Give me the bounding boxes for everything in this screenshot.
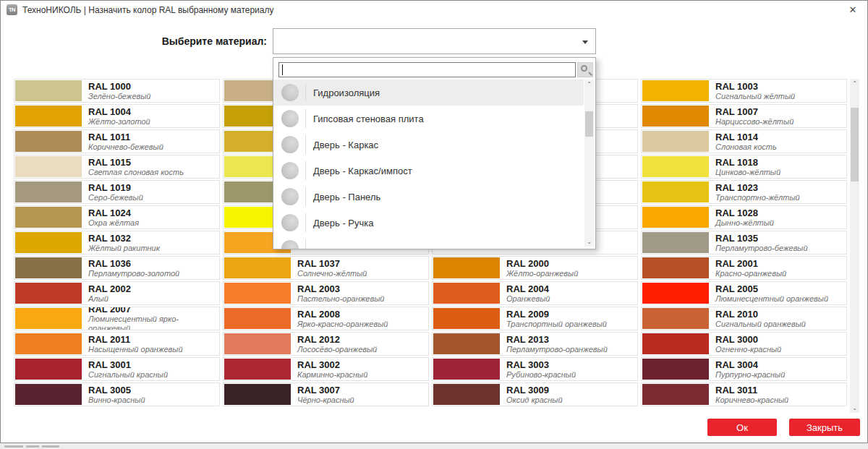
ral-card[interactable]: RAL 1028 Дынно-жёлтый bbox=[641, 205, 847, 229]
search-input[interactable] bbox=[278, 62, 576, 77]
dropdown-scrollbar-thumb[interactable] bbox=[585, 111, 593, 137]
dropdown-item[interactable]: Гипсовая стеновая плита bbox=[273, 106, 584, 132]
ral-card[interactable]: RAL 3009 Оксид красный bbox=[432, 382, 638, 406]
ral-name: Пастельно-оранжевый bbox=[297, 294, 384, 304]
color-swatch bbox=[642, 257, 709, 278]
ral-card[interactable]: RAL 1011 Коричнево-бежевый bbox=[14, 129, 220, 153]
ral-card[interactable]: RAL 1003 Сигнальный жёлтый bbox=[641, 79, 847, 103]
ral-code: RAL 3009 bbox=[506, 385, 563, 395]
ral-card[interactable]: RAL 1023 Транспортно-жёлтый bbox=[641, 180, 847, 204]
ral-name: Рубиново-красный bbox=[506, 370, 576, 380]
ral-text: RAL 3000 Огненно-красный bbox=[715, 334, 781, 354]
grid-scroll-down-icon[interactable]: ⌄ bbox=[850, 403, 859, 413]
ral-code: RAL 1011 bbox=[88, 132, 163, 142]
material-sphere-icon bbox=[281, 188, 299, 205]
ral-card[interactable]: RAL 2000 Жёлто-оранжевый bbox=[432, 256, 638, 280]
ral-card[interactable]: RAL 1007 Нарциссово-жёлтый bbox=[641, 104, 847, 128]
ral-text: RAL 2002 Алый bbox=[88, 283, 131, 304]
search-box bbox=[278, 62, 576, 77]
dropdown-item[interactable]: Гидроизоляция bbox=[273, 80, 584, 106]
ral-code: RAL 1037 bbox=[297, 258, 367, 269]
ral-code: RAL 3002 bbox=[297, 359, 367, 370]
ral-text: RAL 1032 Жёлтый ракитник bbox=[88, 233, 160, 253]
ral-card[interactable]: RAL 2010 Сигнальный оранжевый bbox=[641, 307, 847, 330]
grid-scrollbar[interactable]: ⌃ ⌄ bbox=[850, 79, 859, 413]
scroll-up-icon[interactable]: ⌃ bbox=[584, 80, 594, 89]
ral-code: RAL 2011 bbox=[88, 334, 183, 345]
dropdown-item[interactable]: Дверь - Ручка bbox=[273, 210, 584, 236]
color-swatch bbox=[15, 80, 82, 101]
ral-code: RAL 1023 bbox=[715, 182, 800, 193]
dropdown-scrollbar[interactable]: ⌃ ⌄ bbox=[584, 80, 594, 247]
search-button[interactable] bbox=[577, 62, 593, 77]
ral-card[interactable]: RAL 3005 Винно-красный bbox=[14, 382, 220, 406]
dropdown-item[interactable]: Дверь - Панель bbox=[273, 184, 584, 210]
ral-card[interactable]: RAL 2012 Лососёво-оранжевый bbox=[223, 332, 429, 356]
ral-card[interactable]: RAL 1036 Перламутрово-золотой bbox=[14, 256, 220, 280]
grid-scrollbar-thumb[interactable] bbox=[851, 108, 859, 181]
ral-text: RAL 2011 Насыщенный оранжевый bbox=[88, 334, 183, 354]
ral-card[interactable]: RAL 1018 Цинково-жёлтый bbox=[641, 155, 847, 179]
color-swatch bbox=[642, 131, 709, 152]
ral-card[interactable]: RAL 1019 Серо-бежевый bbox=[14, 180, 220, 204]
ral-name: Лососёво-оранжевый bbox=[297, 345, 377, 354]
ral-card[interactable]: RAL 2002 Алый bbox=[14, 281, 220, 305]
ral-card[interactable]: RAL 1032 Жёлтый ракитник bbox=[14, 231, 220, 255]
ral-card[interactable]: RAL 2008 Ярко-красно-оранжевый bbox=[223, 307, 429, 330]
color-swatch bbox=[224, 308, 291, 329]
close-button[interactable]: Закрыть bbox=[789, 419, 860, 436]
ral-text: RAL 1015 Светлая слоновая кость bbox=[88, 157, 184, 177]
ral-card[interactable]: RAL 1024 Охра жёлтая bbox=[14, 205, 220, 229]
ral-card[interactable]: RAL 1004 Жёлто-золотой bbox=[14, 104, 220, 128]
window-close-icon[interactable]: ✕ bbox=[846, 4, 860, 17]
ral-card[interactable]: RAL 1014 Слоновая кость bbox=[641, 129, 847, 153]
ral-text: RAL 2007 Люминесцентный ярко-оранжевый bbox=[88, 307, 219, 330]
ral-card[interactable]: RAL 2003 Пастельно-оранжевый bbox=[223, 281, 429, 305]
ral-code: RAL 3004 bbox=[715, 359, 785, 370]
ral-card[interactable]: RAL 3001 Сигнальный красный bbox=[14, 357, 220, 381]
ral-card[interactable]: RAL 3000 Огненно-красный bbox=[641, 332, 847, 356]
ral-text: RAL 1019 Серо-бежевый bbox=[88, 182, 143, 202]
ral-card[interactable]: RAL 2011 Насыщенный оранжевый bbox=[14, 332, 220, 356]
item-divider bbox=[305, 83, 306, 102]
grid-scroll-up-icon[interactable]: ⌃ bbox=[850, 79, 859, 88]
ral-code: RAL 2012 bbox=[297, 334, 377, 345]
ral-name: Сигнальный красный bbox=[88, 370, 168, 380]
color-swatch bbox=[642, 232, 709, 253]
ral-card[interactable]: RAL 3007 Чёрно-красный bbox=[223, 382, 429, 406]
ral-card[interactable]: RAL 2004 Оранжевый bbox=[432, 281, 638, 305]
dropdown-item[interactable]: Дверь - Каркас/импост bbox=[273, 158, 584, 184]
dropdown-item[interactable] bbox=[273, 236, 584, 249]
dialog-window: TN ТехноНИКОЛЬ | Назначить колор RAL выб… bbox=[0, 0, 868, 443]
ral-card[interactable]: RAL 3003 Рубиново-красный bbox=[432, 357, 638, 381]
color-swatch bbox=[15, 207, 82, 228]
ral-card[interactable]: RAL 1035 Перламутрово-бежевый bbox=[641, 231, 847, 255]
dropdown-item-label: Дверь - Каркас bbox=[313, 140, 378, 150]
ral-text: RAL 3007 Чёрно-красный bbox=[297, 385, 354, 405]
ral-card[interactable]: RAL 3011 Коричнево-красный bbox=[641, 382, 847, 406]
ral-text: RAL 2001 Красно-оранжевый bbox=[715, 258, 786, 278]
ral-code: RAL 1000 bbox=[88, 81, 150, 92]
ral-card[interactable]: RAL 1000 Зелёно-бежевый bbox=[14, 79, 220, 103]
ral-code: RAL 2010 bbox=[715, 309, 806, 320]
material-combobox[interactable] bbox=[273, 28, 596, 54]
ral-card[interactable]: RAL 2009 Транспортный оранжевый bbox=[432, 307, 638, 330]
ral-card[interactable]: RAL 1037 Солнечно-жёлтый bbox=[223, 256, 429, 280]
ral-card[interactable]: RAL 3002 Карминно-красный bbox=[223, 357, 429, 381]
ok-button[interactable]: Ок bbox=[707, 419, 777, 436]
ral-card[interactable]: RAL 1015 Светлая слоновая кость bbox=[14, 155, 220, 179]
scroll-down-icon[interactable]: ⌄ bbox=[584, 237, 594, 247]
color-swatch bbox=[224, 283, 291, 304]
ral-card[interactable]: RAL 2007 Люминесцентный ярко-оранжевый bbox=[14, 307, 220, 330]
dropdown-item-label: Дверь - Ручка bbox=[313, 218, 374, 228]
ral-code: RAL 2002 bbox=[88, 283, 131, 294]
ral-code: RAL 1019 bbox=[88, 182, 143, 193]
ral-card[interactable]: RAL 2013 Перламутрово-оранжевый bbox=[432, 332, 638, 356]
material-sphere-icon bbox=[281, 136, 299, 153]
search-icon-handle bbox=[588, 72, 592, 76]
ral-card[interactable]: RAL 2001 Красно-оранжевый bbox=[641, 256, 847, 280]
dropdown-item[interactable]: Дверь - Каркас bbox=[273, 132, 584, 158]
ral-code: RAL 1028 bbox=[715, 208, 774, 218]
ral-card[interactable]: RAL 2005 Люминесцентный оранжевый bbox=[641, 281, 847, 305]
ral-card[interactable]: RAL 3004 Пурпурно-красный bbox=[641, 357, 847, 381]
